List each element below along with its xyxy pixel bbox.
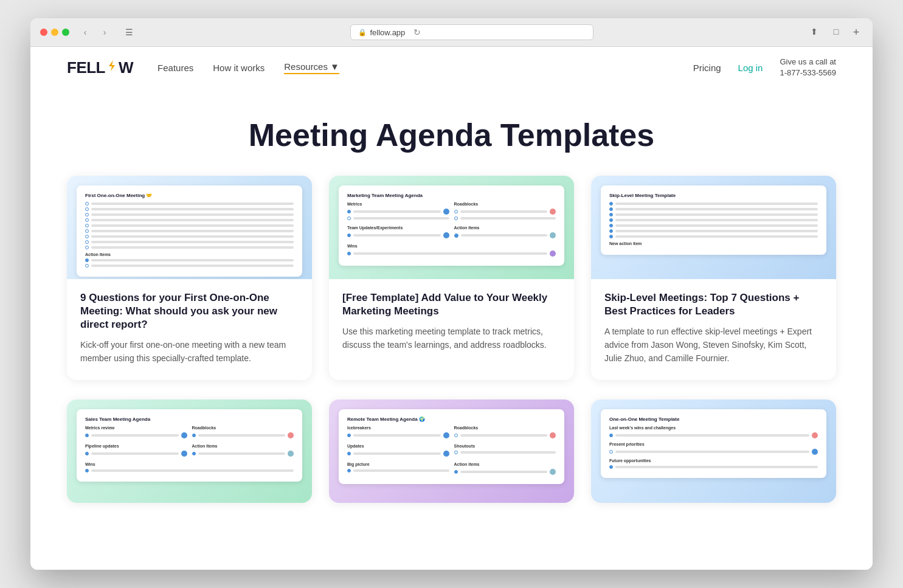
card-sales[interactable]: Sales Team Meeting Agenda Metrics review… [67, 399, 312, 503]
card-image-sales: Sales Team Meeting Agenda Metrics review… [67, 399, 312, 503]
card-desc-first-1on1: Kick-off your first one-on-one meeting w… [80, 339, 299, 365]
call-info: Give us a call at 1-877-533-5569 [780, 57, 836, 78]
forward-button[interactable]: › [96, 26, 113, 38]
site-nav: FELLW Features How it works Resources ▼ … [30, 47, 873, 88]
mock-doc-skip: Skip-Level Meeting Template New action i… [601, 185, 826, 255]
mock-doc-1on1-b: One-on-One Meeting Template Last week's … [601, 409, 826, 478]
nav-right: Pricing Log in Give us a call at 1-877-5… [693, 57, 836, 78]
card-body-first-1on1: 9 Questions for your First One-on-One Me… [67, 279, 312, 380]
cards-grid-row1: First One-on-One Meeting 🤝 Action Items [30, 176, 873, 399]
add-to-reading-list-button[interactable]: □ [828, 26, 845, 38]
lock-icon: 🔒 [358, 29, 367, 36]
logo-text: FELLW [67, 58, 133, 77]
traffic-lights [40, 29, 69, 36]
browser-nav-buttons: ‹ › [77, 26, 113, 38]
mock-doc-sales: Sales Team Meeting Agenda Metrics review… [77, 409, 302, 482]
card-desc-skip: A template to run effective skip-level m… [604, 325, 823, 365]
share-button[interactable]: ⬆ [806, 26, 823, 38]
card-title-marketing: [Free Template] Add Value to Your Weekly… [342, 291, 561, 318]
card-title-skip: Skip-Level Meetings: Top 7 Questions + B… [604, 291, 823, 318]
card-image-skip: Skip-Level Meeting Template New action i… [591, 176, 836, 279]
maximize-button[interactable] [62, 29, 69, 36]
logo-lightning-icon [105, 59, 119, 72]
nav-features[interactable]: Features [157, 63, 193, 73]
card-title-first-1on1: 9 Questions for your First One-on-One Me… [80, 291, 299, 331]
card-image-remote: Remote Team Meeting Agenda 🌍 Icebreakers… [329, 399, 574, 503]
page-content: FELLW Features How it works Resources ▼ … [30, 47, 873, 570]
card-image-1on1-b: One-on-One Meeting Template Last week's … [591, 399, 836, 503]
card-marketing[interactable]: Marketing Team Meeting Agenda Metrics Ro… [329, 176, 574, 380]
hero-section: Meeting Agenda Templates [30, 88, 873, 176]
mock-doc-marketing: Marketing Team Meeting Agenda Metrics Ro… [339, 185, 564, 266]
new-tab-button[interactable]: + [849, 26, 863, 39]
browser-chrome: ‹ › ☰ 🔒 fellow.app ↻ ⬆ □ + [30, 18, 873, 47]
url-bar[interactable]: 🔒 fellow.app ↻ [350, 24, 593, 40]
sidebar-toggle-button[interactable]: ☰ [120, 26, 137, 38]
card-body-skip: Skip-Level Meetings: Top 7 Questions + B… [591, 279, 836, 379]
nav-resources[interactable]: Resources ▼ [284, 61, 339, 74]
logo[interactable]: FELLW [67, 58, 133, 77]
card-first-1on1[interactable]: First One-on-One Meeting 🤝 Action Items [67, 176, 312, 380]
mock-doc-1on1: First One-on-One Meeting 🤝 Action Items [77, 185, 302, 277]
card-desc-marketing: Use this marketing meeting template to t… [342, 325, 561, 351]
address-bar: 🔒 fellow.app ↻ [145, 24, 798, 40]
dropdown-chevron-icon: ▼ [330, 61, 339, 72]
card-remote[interactable]: Remote Team Meeting Agenda 🌍 Icebreakers… [329, 399, 574, 503]
browser-window: ‹ › ☰ 🔒 fellow.app ↻ ⬆ □ + FELLW [30, 18, 873, 570]
back-button[interactable]: ‹ [77, 26, 94, 38]
url-text: fellow.app [370, 28, 406, 37]
browser-actions: ⬆ □ + [806, 26, 863, 39]
card-1on1-template[interactable]: One-on-One Meeting Template Last week's … [591, 399, 836, 503]
nav-pricing[interactable]: Pricing [693, 63, 721, 73]
svg-marker-0 [109, 60, 115, 71]
nav-links: Features How it works Resources ▼ [157, 61, 693, 74]
minimize-button[interactable] [51, 29, 58, 36]
card-skip-level[interactable]: Skip-Level Meeting Template New action i… [591, 176, 836, 380]
card-image-marketing: Marketing Team Meeting Agenda Metrics Ro… [329, 176, 574, 279]
nav-how-it-works[interactable]: How it works [213, 63, 265, 73]
reload-button[interactable]: ↻ [413, 27, 421, 37]
cards-grid-row2: Sales Team Meeting Agenda Metrics review… [30, 399, 873, 522]
card-image-first-1on1: First One-on-One Meeting 🤝 Action Items [67, 176, 312, 279]
mock-doc-remote: Remote Team Meeting Agenda 🌍 Icebreakers… [339, 409, 564, 484]
page-title: Meeting Agenda Templates [67, 117, 836, 154]
card-body-marketing: [Free Template] Add Value to Your Weekly… [329, 279, 574, 367]
nav-login[interactable]: Log in [738, 63, 763, 73]
close-button[interactable] [40, 29, 47, 36]
